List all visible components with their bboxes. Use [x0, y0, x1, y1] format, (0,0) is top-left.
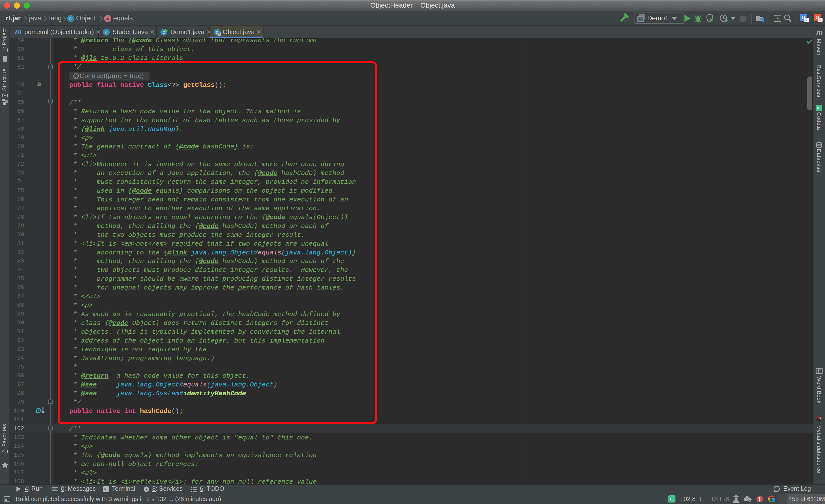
svg-text:C: C — [216, 30, 218, 35]
svg-text:C: C — [69, 16, 72, 22]
svg-text:>_: >_ — [817, 106, 822, 111]
svg-text:文: 文 — [805, 18, 808, 22]
svg-text:C: C — [105, 30, 107, 35]
svg-text:C: C — [162, 30, 165, 35]
svg-text:文: 文 — [819, 18, 822, 22]
svg-text:>_: >_ — [104, 488, 108, 492]
svg-text:>_: >_ — [669, 497, 674, 502]
svg-text:m: m — [106, 16, 109, 21]
svg-text:?: ? — [746, 497, 748, 501]
